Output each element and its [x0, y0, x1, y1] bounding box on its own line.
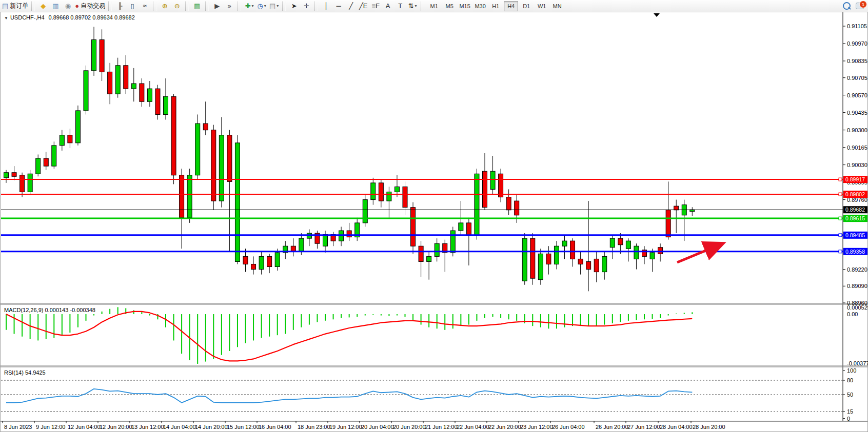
- level-handle[interactable]: [839, 250, 842, 253]
- signals-button[interactable]: ◉: [62, 1, 73, 12]
- zoom-out-button[interactable]: ⊖: [171, 1, 183, 12]
- zoom-out-icon: ⊖: [174, 3, 180, 9]
- metaeditor-button[interactable]: ◆: [37, 1, 49, 12]
- level-price-text: 0.89485: [845, 232, 865, 238]
- arrows-icon: ⇅: [408, 3, 414, 9]
- new-order-button[interactable]: ▤新订单: [2, 1, 29, 12]
- timeframe-button-W1[interactable]: W1: [535, 1, 549, 11]
- timeframe-button-M1[interactable]: M1: [427, 1, 441, 11]
- equidistant-channel-button[interactable]: ╱E: [358, 1, 369, 12]
- time-tick-label: 13 Jun 12:00: [131, 424, 164, 430]
- horizontal-line-icon: ─: [337, 3, 341, 9]
- cursor-button[interactable]: ➤: [288, 1, 300, 12]
- toolbar-group: ▦: [190, 1, 204, 12]
- chart-canvas[interactable]: 0.911050.909700.908350.907050.905700.904…: [0, 0, 868, 432]
- time-tick-label: 27 Jun 12:00: [627, 424, 660, 430]
- timeframe-button-M5[interactable]: M5: [442, 1, 457, 11]
- level-handle[interactable]: [839, 234, 842, 237]
- timeframe-button-H1[interactable]: H1: [488, 1, 503, 11]
- rsi-indicator-label: RSI(14) 54.9425: [4, 369, 46, 376]
- candle: [187, 169, 192, 223]
- fibonacci-retracement-button[interactable]: ≡F: [370, 1, 381, 12]
- time-tick-label: 22 Jun 04:00: [457, 424, 489, 430]
- vertical-line-icon: │: [324, 3, 328, 9]
- time-tick-label: 28 Jun 20:00: [693, 424, 725, 430]
- level-handle[interactable]: [839, 193, 842, 196]
- level-price-text: 0.89615: [845, 215, 865, 221]
- notifications-icon[interactable]: 1: [856, 3, 864, 9]
- indicators-list-button[interactable]: ✚▾: [244, 1, 255, 12]
- line-chart-button[interactable]: ≈: [139, 1, 150, 12]
- timeframe-button-D1[interactable]: D1: [519, 1, 534, 11]
- text-label-button[interactable]: T: [394, 1, 406, 12]
- mt4-window: { "toolbar": { "new_order_label": "新订单",…: [0, 0, 868, 432]
- chart-shift-icon: ▶: [214, 3, 220, 9]
- time-tick-label: 15 Jun 12:00: [227, 424, 260, 430]
- timeframe-button-MN[interactable]: MN: [550, 1, 564, 11]
- level-handle[interactable]: [839, 178, 842, 181]
- new-order-icon: ▤: [2, 3, 8, 9]
- toolbar-right: 1: [843, 2, 868, 10]
- bar-chart-icon: ╟: [118, 3, 123, 9]
- equidistant-channel-icon: ╱E: [359, 3, 368, 9]
- time-tick-label: 22 Jun 20:00: [488, 424, 521, 430]
- search-icon[interactable]: [843, 2, 851, 10]
- price-tick-label: 0.89090: [847, 283, 867, 289]
- price-tick-label: 0.90705: [847, 75, 867, 81]
- level-price-text: 0.89682: [845, 207, 865, 213]
- candlestick-chart-button[interactable]: ▯: [127, 1, 138, 12]
- chevron-down-icon: ▾: [252, 4, 254, 8]
- zoom-in-button[interactable]: ⊕: [159, 1, 170, 12]
- timeframe-button-M30[interactable]: M30: [473, 1, 487, 11]
- templates-button[interactable]: ▤▾: [268, 1, 280, 12]
- charts-window-button[interactable]: ▥: [50, 1, 61, 12]
- chart-autoscroll-button[interactable]: »: [224, 1, 235, 12]
- vertical-line-button[interactable]: │: [321, 1, 332, 12]
- templates-icon: ▤: [269, 3, 275, 9]
- macd-indicator-label: MACD(12,26,9) 0.000143 -0.000348: [4, 307, 95, 313]
- horizontal-line-button[interactable]: ─: [333, 1, 344, 12]
- candle: [171, 94, 176, 184]
- chart-shift-button[interactable]: ▶: [211, 1, 223, 12]
- text-label-icon: T: [398, 3, 402, 9]
- svg-text:50: 50: [847, 392, 853, 398]
- periods-button[interactable]: ◷▾: [256, 1, 267, 12]
- notification-badge: 1: [859, 1, 867, 8]
- price-tick-label: 0.90970: [847, 40, 867, 47]
- new-order-label: 新订单: [10, 2, 28, 10]
- crosshair-button[interactable]: ✛: [301, 1, 312, 12]
- candle: [235, 135, 240, 264]
- candle: [75, 106, 80, 146]
- time-tick-label: 8 Jun 2023: [4, 424, 32, 430]
- auto-trading-button[interactable]: ●自动交易: [74, 1, 106, 12]
- level-price-text: 0.89358: [845, 249, 865, 255]
- tile-windows-button[interactable]: ▦: [191, 1, 203, 12]
- timeframe-button-H4[interactable]: H4: [504, 1, 518, 11]
- toolbar-separator: [185, 2, 189, 11]
- arrows-button[interactable]: ⇅▾: [407, 1, 418, 12]
- time-tick-label: 12 Jun 04:00: [68, 424, 101, 430]
- toolbar-separator: [108, 2, 112, 11]
- price-tick-label: 0.90165: [847, 145, 867, 151]
- candle: [522, 233, 527, 285]
- chart-ohlc-quotes: 0.89668 0.89702 0.89634 0.89682: [49, 14, 135, 20]
- chart-window-frame: [1, 12, 868, 432]
- candle: [411, 202, 416, 254]
- crosshair-icon: ✛: [304, 3, 309, 9]
- timeframe-button-M15[interactable]: M15: [458, 1, 472, 11]
- svg-text:0: 0: [847, 416, 850, 422]
- indicators-list-icon: ✚: [245, 3, 251, 9]
- bar-chart-button[interactable]: ╟: [114, 1, 126, 12]
- chart-collapse-icon[interactable]: ▼: [4, 16, 8, 20]
- text-button[interactable]: A: [382, 1, 393, 12]
- toolbar-separator: [282, 2, 286, 11]
- time-tick-label: 18 Jun 23:00: [298, 424, 330, 430]
- chevron-down-icon: ▾: [264, 4, 266, 8]
- time-tick-label: 20 Jun 04:00: [361, 424, 394, 430]
- price-tick-label: 0.90835: [847, 58, 867, 64]
- chart-title: ▼USDCHF-,H40.89668 0.89702 0.89634 0.896…: [4, 14, 135, 20]
- level-handle[interactable]: [839, 217, 842, 220]
- time-tick-label: 21 Jun 12:00: [425, 424, 458, 430]
- auto-trading-icon: ●: [75, 3, 79, 9]
- trendline-button[interactable]: ╱: [345, 1, 357, 12]
